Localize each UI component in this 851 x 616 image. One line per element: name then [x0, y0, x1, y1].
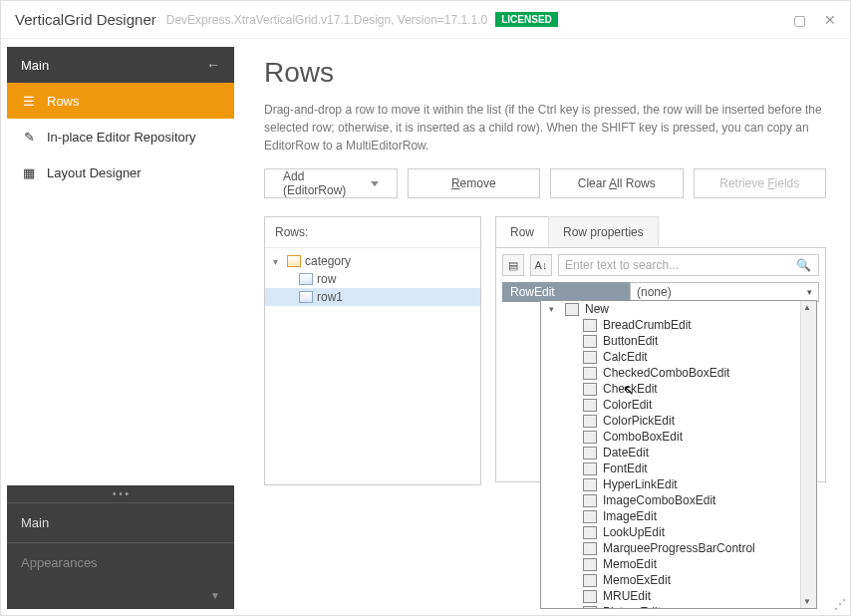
editor-type-icon [583, 606, 597, 609]
editor-type-icon [583, 590, 597, 603]
dropdown-item-colorpickedit[interactable]: ColorPickEdit [541, 413, 800, 429]
add-button[interactable]: Add (EditorRow) [264, 168, 398, 198]
page-title: Rows [264, 57, 826, 89]
back-arrow-icon[interactable]: ← [206, 57, 220, 73]
retrieve-fields-button[interactable]: Retrieve Fields [694, 168, 827, 198]
dropdown-item-marqueeprogressbarcontrol[interactable]: MarqueeProgressBarControl [541, 540, 800, 556]
editor-type-icon [583, 574, 597, 587]
editor-type-icon [583, 399, 597, 412]
dropdown-item-mruedit[interactable]: MRUEdit [541, 588, 800, 604]
panel-grip[interactable]: • • • [7, 485, 234, 502]
editor-type-icon [583, 447, 597, 460]
sort-button[interactable]: A↓ [530, 254, 552, 276]
tree-row-row1[interactable]: row1 [265, 288, 480, 306]
layout-icon: ▦ [21, 164, 37, 180]
collapse-icon[interactable]: ▾ [273, 256, 283, 267]
dropdown-item-pictureedit[interactable]: PictureEdit [541, 604, 800, 608]
rows-icon: ☰ [21, 93, 37, 109]
editor-type-icon [583, 462, 597, 475]
dropdown-item-checkedit[interactable]: CheckEdit [541, 381, 800, 397]
titlebar: VerticalGrid Designer DevExpress.XtraVer… [1, 1, 850, 39]
tab-row-properties[interactable]: Row properties [548, 216, 659, 247]
new-group-icon [565, 303, 579, 316]
editor-type-icon [583, 319, 597, 332]
editor-type-icon [583, 367, 597, 380]
search-input[interactable] [558, 254, 819, 276]
dropdown-item-hyperlinkedit[interactable]: HyperLinkEdit [541, 476, 800, 492]
rows-tree[interactable]: ▾ category row row1 [265, 248, 480, 310]
categorize-button[interactable]: ▤ [502, 254, 524, 276]
minimize-button[interactable]: ▢ [793, 12, 806, 28]
row-icon [299, 291, 313, 303]
resize-grip-icon[interactable]: ⋰ [834, 597, 846, 611]
dropdown-item-memoedit[interactable]: MemoEdit [541, 556, 800, 572]
tab-row[interactable]: Row [495, 216, 549, 247]
chevron-down-icon[interactable]: ▾ [807, 287, 812, 297]
app-subtitle: DevExpress.XtraVerticalGrid.v17.1.Design… [166, 13, 488, 27]
dropdown-item-calcedit[interactable]: CalcEdit [541, 349, 800, 365]
clear-all-button[interactable]: Clear All Rows [550, 168, 684, 198]
category-icon [287, 255, 301, 267]
editor-type-icon [583, 542, 597, 555]
rows-title: Rows: [265, 217, 480, 248]
property-key: RowEdit [502, 282, 630, 302]
property-value-dropdown[interactable]: (none) ▾ [630, 282, 819, 302]
tree-row-row[interactable]: row [265, 270, 480, 288]
license-badge: LICENSED [495, 12, 558, 27]
section-main[interactable]: Main [7, 502, 234, 542]
sidebar: Main ← ☰ Rows ✎ In-place Editor Reposito… [1, 39, 240, 615]
editor-type-icon [583, 510, 597, 523]
editor-type-icon [583, 494, 597, 507]
dropdown-item-lookupedit[interactable]: LookUpEdit [541, 524, 800, 540]
dropdown-item-imageedit[interactable]: ImageEdit [541, 508, 800, 524]
editor-type-icon [583, 526, 597, 539]
search-icon[interactable]: 🔍 [796, 258, 811, 272]
dropdown-group-new[interactable]: ▾New [541, 301, 800, 317]
dropdown-item-breadcrumbedit[interactable]: BreadCrumbEdit [541, 317, 800, 333]
editor-type-icon [583, 351, 597, 364]
editor-type-icon [583, 383, 597, 396]
close-button[interactable]: ✕ [824, 12, 836, 28]
section-appearances[interactable]: Appearances [7, 542, 234, 582]
sidebar-item-layout-designer[interactable]: ▦ Layout Designer [7, 154, 234, 190]
rows-tree-panel: Rows: ▾ category row row1 [264, 216, 481, 485]
property-rowedit[interactable]: RowEdit (none) ▾ [502, 282, 819, 302]
dropdown-item-checkedcomboboxedit[interactable]: CheckedComboBoxEdit [541, 365, 800, 381]
dropdown-item-buttonedit[interactable]: ButtonEdit [541, 333, 800, 349]
tree-row-category[interactable]: ▾ category [265, 252, 480, 270]
dropdown-item-coloredit[interactable]: ColorEdit [541, 397, 800, 413]
sidebar-item-inplace-editor[interactable]: ✎ In-place Editor Repository [7, 119, 234, 154]
editor-icon: ✎ [21, 129, 37, 145]
page-description: Drag-and-drop a row to move it within th… [264, 101, 826, 154]
sidebar-item-rows[interactable]: ☰ Rows [7, 83, 234, 119]
dropdown-scrollbar[interactable] [800, 301, 816, 608]
dropdown-item-imagecomboboxedit[interactable]: ImageComboBoxEdit [541, 492, 800, 508]
sidebar-header: Main ← [7, 47, 234, 83]
section-expand[interactable]: ▼ [7, 582, 234, 609]
dropdown-item-comboboxedit[interactable]: ComboBoxEdit [541, 429, 800, 445]
editor-type-icon [583, 558, 597, 571]
editor-type-dropdown[interactable]: ▾NewBreadCrumbEditButtonEditCalcEditChec… [540, 300, 817, 609]
remove-button[interactable]: Remove [408, 168, 541, 198]
editor-type-icon [583, 478, 597, 491]
editor-type-icon [583, 431, 597, 444]
app-title: VerticalGrid Designer [15, 11, 156, 28]
dropdown-item-memoexedit[interactable]: MemoExEdit [541, 572, 800, 588]
editor-type-icon [583, 335, 597, 348]
dropdown-item-dateedit[interactable]: DateEdit [541, 445, 800, 461]
editor-type-icon [583, 415, 597, 428]
dropdown-item-fontedit[interactable]: FontEdit [541, 461, 800, 476]
row-icon [299, 273, 313, 285]
